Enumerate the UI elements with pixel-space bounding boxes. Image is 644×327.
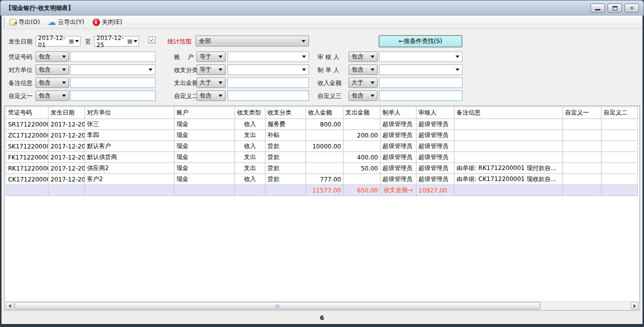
column-header[interactable]: 账户 — [174, 107, 235, 119]
totals-cell: 收支差额→ — [380, 185, 416, 196]
filter-op-value: 大于 — [352, 78, 364, 87]
filter-op-select[interactable]: 包含 — [348, 90, 378, 101]
cell — [563, 163, 602, 174]
filter-op-select[interactable]: 包含 — [36, 90, 69, 101]
filter-value-input[interactable] — [70, 78, 156, 88]
cell — [454, 130, 563, 141]
cell: 2017-12-20 — [48, 163, 85, 174]
date-to-input[interactable]: 2017-12-25 ▦ — [94, 36, 139, 46]
filter-op-value: 包含 — [38, 66, 50, 74]
filter-value-input[interactable] — [379, 78, 462, 88]
filter-label: 凭证号码 — [8, 53, 32, 62]
filter-value-input[interactable] — [70, 90, 156, 101]
filter-value-input[interactable] — [379, 90, 462, 101]
cell: 李四 — [85, 130, 174, 141]
toolbar-export-button[interactable]: 导出(O) — [6, 17, 43, 28]
cell: 400.00 — [344, 152, 380, 163]
calendar-icon[interactable]: ▦ — [128, 38, 132, 44]
filter-op-select[interactable]: 等于 — [196, 52, 226, 62]
close-button[interactable]: ✕ — [624, 4, 639, 12]
totals-cell — [174, 185, 235, 196]
filter-value-input[interactable] — [70, 52, 156, 62]
calendar-icon[interactable]: ▦ — [69, 38, 74, 44]
toolbar-close-info-button[interactable]: 关闭(E) — [90, 17, 126, 28]
scrollbar-thumb[interactable] — [14, 302, 540, 310]
column-header[interactable]: 收支分类 — [266, 107, 306, 119]
cell: 2017-12-20 — [48, 130, 85, 141]
filter-value-select[interactable] — [70, 64, 156, 75]
cell: 超级管理员 — [416, 174, 454, 185]
column-header[interactable]: 收入金额 — [306, 107, 344, 119]
search-by-condition-button[interactable]: ←按条件查找(S) — [379, 36, 462, 47]
filter-value-select[interactable] — [379, 52, 462, 62]
filter-op-select[interactable]: 大于 — [348, 78, 378, 88]
filter-op-select[interactable]: 包含 — [348, 64, 378, 75]
table-row[interactable]: SR17122000012017-12-20张三现金收入服务费800.00超级管… — [6, 119, 638, 130]
filter-op-value: 包含 — [352, 66, 364, 74]
chevron-down-icon[interactable] — [134, 40, 138, 42]
record-count: 6 — [320, 314, 324, 322]
totals-row: 11577.00650.00收支差额→10927.00 — [6, 185, 638, 196]
cell: 现金 — [174, 174, 235, 185]
filter-op-select[interactable]: 包含 — [36, 78, 69, 88]
filter-value-select[interactable] — [228, 52, 309, 62]
filter-op-value: 包含 — [352, 92, 364, 100]
column-header[interactable]: 对方单位 — [85, 107, 174, 119]
detail-table: 凭证号码发生日期对方单位账户收支类型收支分类收入金额支出金额制单人审核人备注信息… — [6, 106, 638, 196]
filter-value-input[interactable] — [228, 78, 309, 88]
filter-value-input[interactable] — [228, 90, 309, 101]
filter-op-select[interactable]: 包含 — [348, 52, 378, 62]
filter-op-select[interactable]: 等于 — [196, 64, 226, 75]
filter-op-value: 包含 — [38, 52, 50, 61]
column-header[interactable]: 备注信息 — [454, 107, 563, 119]
date-filter-checkbox[interactable]: ✓ — [148, 36, 156, 44]
column-header[interactable]: 自定义二 — [602, 107, 638, 119]
table-row[interactable]: SK17122000012017-12-20默认客户现金收入货款10000.00… — [6, 141, 638, 152]
filter-label: 制 单 人 — [318, 66, 340, 74]
cell: 由单据: RK1712200001 现付款自... — [454, 163, 563, 174]
totals-cell — [85, 185, 174, 196]
cell: 默认客户 — [85, 141, 174, 152]
filter-op-select[interactable]: 包含 — [36, 52, 69, 62]
column-header[interactable]: 凭证号码 — [6, 107, 48, 119]
cell: 超级管理员 — [380, 119, 416, 130]
filter-panel: 发生日期 2017-12-01 ▦ 至 2017-12-25 ▦ ✓ 统计范围 … — [2, 29, 642, 106]
chevron-down-icon[interactable] — [75, 40, 79, 42]
cell: 2017-12-20 — [48, 174, 85, 185]
column-header[interactable]: 支出金额 — [344, 107, 380, 119]
scroll-left-button[interactable] — [6, 302, 14, 310]
column-header[interactable]: 收支类型 — [235, 107, 266, 119]
table-row[interactable]: FK17122000012017-12-20默认供货商现金支出货款400.00超… — [6, 152, 638, 163]
column-header[interactable]: 发生日期 — [48, 107, 85, 119]
cell — [454, 141, 563, 152]
chevron-down-icon — [456, 56, 460, 58]
maximize-button[interactable] — [608, 4, 622, 12]
table-row[interactable]: CK17122000012017-12-20客户2现金收入货款777.00超级管… — [6, 174, 638, 185]
filter-value-select[interactable] — [228, 64, 309, 75]
filter-op-select[interactable]: 包含 — [36, 64, 69, 75]
titlebar[interactable]: 【现金银行-收支明细表】 ✕ — [0, 0, 644, 16]
filter-op-select[interactable]: 大于 — [196, 78, 226, 88]
filter-op-value: 包含 — [200, 92, 212, 100]
window-body: 导出(O)云导出(Y)关闭(E) 发生日期 2017-12-01 ▦ 至 201… — [2, 16, 642, 324]
scope-select[interactable]: 全部 — [196, 36, 309, 46]
filter-op-select[interactable]: 包含 — [196, 90, 226, 101]
cell: 张三 — [85, 119, 174, 130]
column-header[interactable]: 制单人 — [380, 107, 416, 119]
cell: 支出 — [235, 152, 266, 163]
horizontal-scrollbar[interactable] — [5, 301, 639, 310]
minimize-button[interactable] — [590, 4, 605, 12]
table-row[interactable]: RK17122000012017-12-20供应商2现金支出货款50.00超级管… — [6, 163, 638, 174]
table-row[interactable]: ZC17122000012017-12-20李四现金支出补贴200.00超级管理… — [6, 130, 638, 141]
scroll-right-button[interactable] — [630, 302, 638, 310]
cell: 支出 — [235, 163, 266, 174]
column-header[interactable]: 审核人 — [416, 107, 454, 119]
cell — [563, 119, 602, 130]
cell: ZC1712200001 — [6, 130, 48, 141]
report-window: 【现金银行-收支明细表】 ✕ 导出(O)云导出(Y)关闭(E) 发生日期 201… — [0, 0, 644, 327]
totals-cell: 650.00 — [344, 185, 380, 196]
column-header[interactable]: 自定义一 — [563, 107, 602, 119]
date-from-input[interactable]: 2017-12-01 ▦ — [36, 36, 80, 46]
filter-value-select[interactable] — [379, 64, 462, 75]
toolbar-cloud-export-button[interactable]: 云导出(Y) — [45, 17, 88, 28]
